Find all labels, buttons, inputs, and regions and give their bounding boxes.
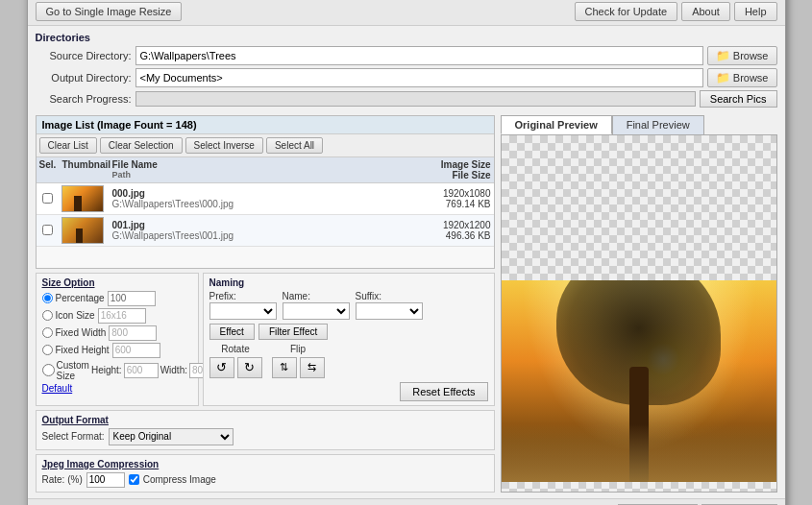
left-panel: Image List (Image Fount = 148) Clear Lis… [36, 115, 495, 493]
preview-tabs: Original Preview Final Preview [501, 115, 777, 134]
table-row: 000.jpg G:\Wallpapers\Trees\000.jpg 1920… [37, 183, 494, 215]
flip-horizontal-button[interactable]: ⇆ [300, 357, 325, 378]
bottom-sections: Size Option Percentage Icon Size [36, 273, 495, 406]
default-link[interactable]: Default [42, 383, 192, 394]
effect-button[interactable]: Effect [209, 324, 255, 340]
flip-buttons: ⇅ ⇆ [272, 357, 325, 378]
format-row: Select Format: Keep Original JPEG PNG BM… [42, 428, 488, 445]
suffix-select[interactable] [356, 302, 423, 320]
col-size: Image Size File Size [398, 159, 494, 180]
percentage-input[interactable] [108, 291, 156, 306]
image-list-section: Image List (Image Fount = 148) Clear Lis… [36, 115, 495, 269]
output-format-label: Output Format [42, 415, 488, 425]
source-dir-row: Source Directory: 📁 Browse [36, 46, 777, 65]
main-window: ▣ MSTech Image Resize − □ ✕ Go to Single… [27, 0, 786, 505]
toolbar-right: Check for Update About Help [575, 2, 777, 21]
two-column-area: Image List (Image Fount = 148) Clear Lis… [36, 115, 777, 493]
clear-list-button[interactable]: Clear List [39, 137, 97, 154]
fixed-width-row: Fixed Width [42, 325, 192, 341]
flip-vertical-button[interactable]: ⇅ [272, 357, 297, 378]
output-browse-button[interactable]: 📁 Browse [707, 68, 777, 87]
final-preview-tab[interactable]: Final Preview [612, 115, 704, 134]
row-checkbox[interactable] [42, 193, 53, 204]
compress-image-label: Compress Image [143, 474, 216, 485]
size-option-section: Size Option Percentage Icon Size [36, 273, 199, 406]
jpeg-row: Rate: (%) Compress Image [42, 472, 488, 488]
jpeg-section: Jpeg Image Compression Rate: (%) Compres… [36, 454, 495, 493]
search-progress-row: Search Progress: Search Pics [36, 90, 777, 108]
prefix-col: Prefix: [209, 291, 277, 320]
source-browse-button[interactable]: 📁 Browse [707, 46, 777, 65]
rotate-label: Rotate [221, 344, 249, 354]
size-cell: 1920x1080 769.14 KB [398, 187, 494, 210]
toolbar-left: Go to Single Image Resize [36, 2, 183, 21]
rotate-left-button[interactable]: ↺ [209, 357, 234, 378]
directories-section: Directories Source Directory: 📁 Browse O… [36, 32, 777, 111]
rotate-buttons: ↺ ↻ [209, 357, 262, 378]
clear-selection-button[interactable]: Clear Selection [100, 137, 183, 154]
flip-col: Flip ⇅ ⇆ [272, 344, 325, 378]
prefix-label: Prefix: [209, 291, 277, 301]
mist-layer [502, 424, 776, 482]
suffix-label: Suffix: [356, 291, 423, 301]
filter-effect-button[interactable]: Filter Effect [258, 324, 328, 340]
image-list-header: Image List (Image Fount = 148) [37, 116, 494, 134]
check-update-button[interactable]: Check for Update [575, 2, 678, 21]
list-body: 000.jpg G:\Wallpapers\Trees\000.jpg 1920… [37, 183, 494, 268]
icon-size-radio[interactable] [42, 310, 53, 321]
thumbnail-image-2 [62, 217, 104, 244]
preview-area [501, 134, 777, 493]
custom-height-input[interactable] [124, 363, 159, 378]
fixed-height-input[interactable] [112, 343, 160, 358]
col-filename: File Name Path [110, 159, 398, 180]
original-preview-tab[interactable]: Original Preview [501, 115, 612, 134]
select-format-label: Select Format: [42, 431, 105, 442]
help-button[interactable]: Help [734, 2, 777, 21]
compress-checkbox[interactable] [129, 474, 139, 485]
row-checkbox-cell-2 [37, 223, 60, 237]
source-dir-input[interactable] [135, 46, 703, 65]
thumbnail-image [62, 185, 104, 212]
effect-row: Effect Filter Effect [209, 324, 488, 340]
format-select[interactable]: Keep Original JPEG PNG BMP GIF TIFF [109, 428, 234, 445]
rate-input[interactable] [86, 472, 125, 488]
fixed-height-row: Fixed Height [42, 343, 192, 358]
source-dir-label: Source Directory: [36, 50, 132, 61]
name-label: Name: [283, 291, 350, 301]
select-all-button[interactable]: Select All [266, 137, 323, 154]
top-toolbar: Go to Single Image Resize Check for Upda… [28, 0, 785, 26]
search-pics-button[interactable]: Search Pics [700, 90, 777, 108]
output-dir-label: Output Directory: [36, 72, 132, 84]
folder-icon: 📁 [716, 49, 730, 62]
name-select[interactable] [283, 302, 350, 320]
row-checkbox-cell [37, 191, 60, 205]
list-toolbar: Clear List Clear Selection Select Invers… [37, 134, 494, 157]
filename-2: 001.jpg [112, 220, 395, 230]
about-button[interactable]: About [681, 2, 730, 21]
reset-effects-button[interactable]: Reset Effects [400, 382, 487, 401]
row-checkbox-2[interactable] [42, 225, 53, 235]
custom-size-radio[interactable] [42, 364, 55, 376]
fixed-width-input[interactable] [109, 325, 157, 341]
icon-size-label: Icon Size [56, 310, 95, 321]
search-progress-bar [135, 91, 696, 107]
select-inverse-button[interactable]: Select Inverse [185, 137, 263, 154]
prefix-select[interactable] [209, 302, 277, 320]
fixed-width-radio[interactable] [42, 327, 53, 338]
filename: 000.jpg [112, 188, 395, 199]
icon-size-input[interactable] [98, 308, 146, 324]
output-dir-row: Output Directory: 📁 Browse [36, 68, 777, 87]
folder-icon-2: 📁 [716, 71, 730, 84]
col-thumbnail: Thumbnail [60, 159, 110, 180]
col-sel: Sel. [37, 159, 60, 180]
directories-label: Directories [36, 32, 777, 43]
fixed-height-label: Fixed Height [56, 345, 110, 355]
naming-label: Naming [209, 277, 488, 288]
fixed-height-radio[interactable] [42, 345, 53, 355]
filepath: G:\Wallpapers\Trees\000.jpg [112, 199, 395, 209]
rotate-right-button[interactable]: ↻ [237, 357, 262, 378]
percentage-radio[interactable] [42, 293, 53, 303]
single-image-resize-button[interactable]: Go to Single Image Resize [36, 2, 183, 21]
size-cell-2: 1920x1200 496.36 KB [398, 219, 494, 242]
output-dir-input[interactable] [135, 68, 703, 87]
